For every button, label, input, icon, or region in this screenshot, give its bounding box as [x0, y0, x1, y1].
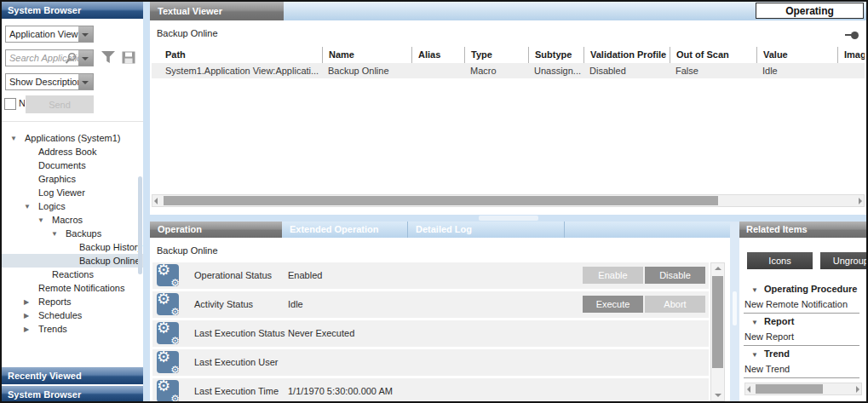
property-value: Never Executed [288, 320, 354, 347]
tab-operation[interactable]: Operation [150, 222, 282, 238]
icons-view-button[interactable]: Icons [747, 252, 813, 269]
related-item-new-trend[interactable]: New Trend [744, 362, 859, 378]
disable-button[interactable]: Disable [645, 267, 705, 284]
related-group-operating-procedure[interactable]: ▼Operating Procedure [744, 281, 859, 297]
tree-item-label: Backups [66, 227, 101, 240]
gear-glyph-small: ⚙ [170, 336, 179, 344]
column-header-validation-profile[interactable]: Validation Profile [583, 47, 670, 63]
tree-item-schedules[interactable]: ▶Schedules [2, 308, 143, 322]
chevron-down-icon[interactable]: ▼ [37, 213, 52, 227]
gears-icon: ⚙⚙ [157, 322, 179, 344]
chevron-down-icon[interactable] [78, 74, 93, 89]
scrollbar-thumb[interactable] [164, 196, 718, 205]
related-item-new-report[interactable]: New Report [744, 330, 859, 346]
cell-validation-profile: Disabled [583, 63, 670, 78]
description-selector[interactable]: Show Description [5, 73, 94, 90]
horizontal-splitter[interactable] [150, 215, 866, 222]
column-header-path[interactable]: Path [152, 47, 322, 63]
chevron-down-icon[interactable]: ▼ [51, 227, 66, 240]
sidebar-scrollbar-thumb[interactable] [138, 176, 142, 274]
tab-detailed-log[interactable]: Detailed Log [408, 222, 565, 238]
enable-button: Enable [583, 267, 643, 284]
chevron-down-icon[interactable]: ▼ [744, 347, 764, 362]
system-browser-bar[interactable]: System Browser [2, 386, 143, 401]
related-group-report[interactable]: ▼Report [744, 314, 859, 330]
chevron-down-icon[interactable] [78, 50, 93, 66]
sidebar-splitter[interactable] [143, 2, 150, 401]
tree-item-label: Logics [38, 199, 66, 213]
pin-icon[interactable] [845, 32, 859, 39]
textual-viewer-panel: Backup Online PathNameAliasTypeSubtypeVa… [150, 20, 866, 215]
search-box[interactable] [5, 49, 94, 66]
scroll-up-icon[interactable] [715, 267, 721, 270]
chevron-down-icon[interactable]: ▼ [24, 199, 38, 213]
chevron-right-icon[interactable]: ▶ [24, 308, 38, 322]
related-group-trend[interactable]: ▼Trend [744, 346, 859, 362]
tree-item-trends[interactable]: ▶Trends [2, 322, 143, 336]
save-icon[interactable] [122, 51, 136, 66]
scroll-right-icon[interactable] [856, 386, 859, 393]
chevron-right-icon[interactable]: ▶ [24, 322, 38, 336]
table-row[interactable]: System1.Application View:Applicati...Bac… [152, 63, 865, 78]
scrollbar-thumb[interactable] [712, 276, 723, 368]
send-checkbox[interactable] [4, 98, 16, 110]
recently-viewed-bar[interactable]: Recently Viewed [2, 367, 143, 384]
tree-item-logics[interactable]: ▼Logics [2, 199, 143, 213]
column-header-name[interactable]: Name [322, 47, 411, 63]
related-items-list: ▼Operating ProcedureNew Remote Notificat… [744, 281, 859, 378]
related-item-new-remote-notification[interactable]: New Remote Notification [744, 297, 859, 314]
horizontal-scrollbar[interactable] [152, 194, 865, 207]
gear-glyph-large: ⚙ [157, 264, 170, 278]
sidebar-divider [2, 121, 143, 122]
scroll-left-icon[interactable] [747, 386, 750, 393]
ungrouped-view-button[interactable]: Ungrouped [820, 252, 866, 269]
operating-mode-button[interactable]: Operating [756, 3, 864, 19]
chevron-down-icon[interactable]: ▼ [10, 131, 25, 145]
tree-item-backups[interactable]: ▼Backups [2, 227, 143, 240]
tree-item-reactions[interactable]: Reactions [2, 268, 143, 281]
chevron-down-icon[interactable] [78, 26, 93, 42]
column-header-subtype[interactable]: Subtype [528, 47, 583, 63]
scroll-right-icon[interactable] [859, 198, 862, 204]
execute-button[interactable]: Execute [583, 296, 643, 313]
tree-item-documents[interactable]: Documents [2, 158, 143, 172]
tab-textual-viewer[interactable]: Textual Viewer [150, 2, 284, 20]
gear-glyph-small: ⚙ [170, 307, 179, 315]
splitter-grip[interactable] [479, 216, 538, 221]
splitter-grip[interactable] [733, 291, 737, 325]
scroll-left-icon[interactable] [154, 198, 158, 204]
description-selector-value: Show Description [6, 74, 78, 89]
tree-item-macros[interactable]: ▼Macros [2, 213, 143, 227]
column-header-out-of-scan[interactable]: Out of Scan [670, 47, 756, 63]
tree-item-graphics[interactable]: Graphics [2, 172, 143, 186]
tree-item-reports[interactable]: ▶Reports [2, 295, 143, 308]
tree-item-address-book[interactable]: Address Book [2, 145, 143, 158]
tree-item-remote-notifications[interactable]: Remote Notifications [2, 281, 143, 295]
filter-icon[interactable] [101, 50, 116, 66]
column-header-value[interactable]: Value [756, 47, 837, 63]
tree-item-backup-history[interactable]: Backup History [2, 240, 143, 254]
view-selector[interactable]: Application View [5, 26, 94, 43]
cell-subtype: Unassign... [528, 63, 583, 78]
column-header-image[interactable]: Image [837, 47, 865, 63]
application-window: System Browser Application View [0, 0, 868, 403]
column-header-type[interactable]: Type [464, 47, 528, 63]
chevron-down-icon[interactable]: ▼ [744, 282, 764, 297]
tree-item-log-viewer[interactable]: Log Viewer [2, 186, 143, 199]
send-checkbox-label: N [19, 97, 25, 110]
vertical-splitter[interactable] [730, 222, 739, 401]
chevron-down-icon[interactable]: ▼ [744, 314, 764, 330]
related-items-scrollbar[interactable] [744, 383, 862, 395]
tree-item-label: Backup History [79, 240, 142, 254]
related-group-label: Operating Procedure [764, 284, 857, 294]
column-header-alias[interactable]: Alias [411, 47, 464, 63]
tree-item-applications-system1[interactable]: ▼Applications (System1) [2, 131, 143, 145]
chevron-right-icon[interactable]: ▶ [24, 295, 38, 308]
tree-item-label: Macros [52, 213, 83, 227]
scrollbar-thumb[interactable] [756, 384, 823, 394]
tab-extended-operation[interactable]: Extended Operation [282, 222, 408, 238]
vertical-scrollbar[interactable] [710, 262, 725, 401]
property-value: Enabled [288, 262, 322, 289]
tree-item-backup-online[interactable]: Backup Online [2, 254, 143, 268]
scroll-down-icon[interactable] [715, 394, 721, 397]
